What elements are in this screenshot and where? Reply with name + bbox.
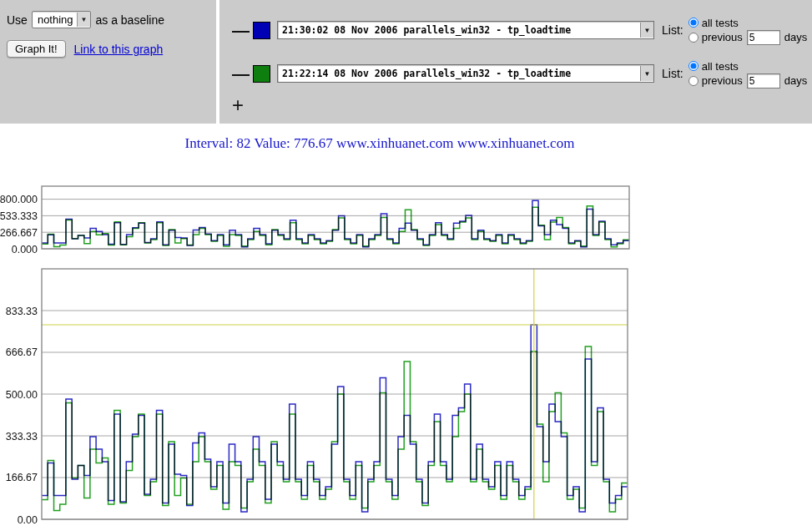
link-to-this-graph[interactable]: Link to this graph	[74, 43, 164, 56]
series-select-value: 21:22:14 08 Nov 2006 parallels_win32 - t…	[278, 68, 640, 79]
use-label: Use	[7, 13, 28, 27]
previous-days-input[interactable]	[747, 73, 780, 88]
detail-chart[interactable]: 833.33666.67500.00333.33166.670.00	[0, 263, 641, 528]
baseline-select[interactable]: nothing ▼	[32, 11, 92, 28]
series-select-value: 21:30:02 08 Nov 2006 parallels_win32 - t…	[278, 24, 640, 36]
radio-all-tests[interactable]	[688, 18, 699, 28]
series-line	[42, 346, 628, 512]
y-tick-label: 800.000	[0, 194, 38, 205]
series-select[interactable]: 21:30:02 08 Nov 2006 parallels_win32 - t…	[277, 21, 654, 39]
radio-all-tests-label: all tests	[702, 59, 739, 73]
series-color-swatch	[253, 22, 270, 39]
graph-it-button[interactable]: Graph It!	[7, 40, 66, 58]
radio-previous-label: previous	[702, 73, 743, 88]
radio-previous-days[interactable]	[688, 33, 699, 43]
baseline-select-value: nothing	[33, 13, 77, 26]
y-tick-label: 266.667	[0, 227, 38, 239]
baseline-panel: Use nothing ▼ as a baseline Graph It! Li…	[0, 0, 216, 124]
previous-days-input[interactable]	[747, 30, 780, 45]
days-label: days	[784, 73, 807, 88]
overview-chart[interactable]: 800.000533.333266.6670.000	[0, 178, 641, 257]
radio-all-tests-label: all tests	[702, 16, 739, 30]
remove-series-button[interactable]: —	[232, 26, 250, 34]
y-tick-label: 166.67	[6, 472, 38, 483]
radio-previous-days[interactable]	[688, 76, 699, 86]
chevron-down-icon: ▼	[640, 23, 653, 38]
remove-series-button[interactable]: —	[232, 69, 250, 78]
y-tick-label: 0.000	[12, 244, 38, 255]
add-series-button[interactable]: +	[232, 94, 244, 117]
radio-all-tests[interactable]	[688, 61, 699, 71]
graph-title: Interval: 82 Value: 776.67 www.xinhuanet…	[0, 135, 759, 152]
plot-border	[42, 186, 629, 249]
list-label: List:	[662, 67, 683, 80]
series-color-swatch	[253, 65, 270, 83]
chevron-down-icon: ▼	[640, 66, 653, 81]
chevron-down-icon: ▼	[77, 13, 91, 27]
y-tick-label: 833.33	[6, 306, 38, 317]
y-tick-label: 0.00	[18, 514, 38, 526]
y-tick-label: 533.333	[0, 210, 38, 222]
series-line	[42, 206, 629, 247]
series-row-1: — 21:30:02 08 Nov 2006 parallels_win32 -…	[219, 12, 812, 48]
series-select[interactable]: 21:22:14 08 Nov 2006 parallels_win32 - t…	[277, 64, 654, 83]
y-tick-label: 500.00	[6, 389, 38, 401]
y-tick-label: 666.67	[6, 346, 38, 358]
series-panel: — 21:30:02 08 Nov 2006 parallels_win32 -…	[219, 0, 812, 124]
days-label: days	[784, 30, 807, 44]
y-tick-label: 333.33	[6, 431, 38, 442]
radio-previous-label: previous	[702, 30, 743, 44]
list-label: List:	[662, 23, 683, 37]
series-line	[42, 325, 628, 512]
series-row-2: — 21:22:14 08 Nov 2006 parallels_win32 -…	[219, 55, 812, 92]
series-line	[42, 200, 629, 246]
baseline-suffix-label: as a baseline	[95, 13, 164, 27]
